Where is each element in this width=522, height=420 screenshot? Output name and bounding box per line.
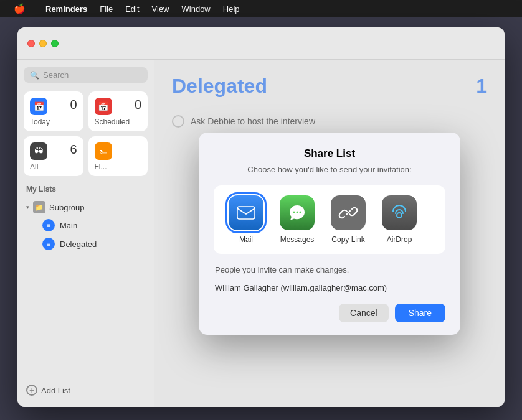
- menu-file[interactable]: File: [93, 0, 119, 17]
- today-count: 0: [70, 98, 77, 112]
- main-list-icon: [42, 219, 55, 231]
- add-list-button[interactable]: + Add List: [24, 381, 148, 399]
- menu-window[interactable]: Window: [176, 0, 217, 17]
- menu-bar: 🍎 Reminders File Edit View Window Help: [0, 0, 522, 17]
- search-placeholder: Search: [43, 70, 69, 80]
- menu-app-name[interactable]: Reminders: [39, 0, 93, 17]
- list-item-main[interactable]: Main: [39, 216, 148, 235]
- svg-point-1: [293, 211, 295, 213]
- share-option-airdrop[interactable]: AirDrop: [377, 195, 422, 244]
- today-icon: 📅: [30, 98, 47, 115]
- svg-rect-0: [237, 207, 255, 219]
- cancel-button[interactable]: Cancel: [339, 304, 389, 322]
- airdrop-option-label: AirDrop: [387, 235, 412, 244]
- search-box[interactable]: 🔍 Search: [24, 67, 148, 83]
- copy-link-option-label: Copy Link: [331, 235, 364, 244]
- share-modal: Share List Choose how you'd like to send…: [199, 133, 460, 335]
- main-content: Delegated 1 Ask Debbie to host the inter…: [154, 60, 505, 407]
- copy-link-icon: [331, 195, 366, 230]
- sidebar: 🔍 Search 📅 0 Today 📅 0 Sched: [17, 60, 154, 407]
- smart-list-scheduled[interactable]: 📅 0 Scheduled: [88, 91, 148, 131]
- smart-lists: 📅 0 Today 📅 0 Scheduled 🕶 6: [24, 91, 148, 176]
- delegated-list-label: Delegated: [60, 240, 97, 249]
- title-bar: [17, 27, 505, 60]
- messages-option-label: Messages: [280, 235, 315, 244]
- svg-point-3: [300, 211, 301, 213]
- menu-edit[interactable]: Edit: [119, 0, 145, 17]
- flagged-label: Fl...: [95, 162, 142, 171]
- search-icon: 🔍: [30, 71, 39, 80]
- share-option-copy-link[interactable]: Copy Link: [326, 195, 371, 244]
- maximize-button[interactable]: [51, 40, 59, 47]
- messages-icon: [280, 195, 315, 230]
- folder-icon: 📁: [33, 201, 45, 213]
- share-button[interactable]: Share: [395, 304, 445, 322]
- scheduled-label: Scheduled: [95, 118, 142, 126]
- list-items: Main Delegated: [24, 216, 148, 253]
- all-count: 6: [70, 142, 77, 157]
- subgroup-header[interactable]: ▾ 📁 Subgroup: [24, 198, 148, 216]
- smart-list-flagged[interactable]: 🏷 Fl...: [88, 136, 148, 176]
- traffic-lights: [27, 40, 59, 47]
- share-actions: Cancel Share: [214, 304, 445, 322]
- today-label: Today: [30, 118, 77, 126]
- share-option-mail[interactable]: Mail: [224, 195, 268, 244]
- airdrop-icon: [382, 195, 417, 230]
- share-person: William Gallagher (william.gallagher@mac…: [214, 283, 445, 292]
- minimize-button[interactable]: [39, 40, 47, 47]
- add-list-label: Add List: [41, 386, 70, 395]
- share-modal-subtitle: Choose how you'd like to send your invit…: [214, 165, 445, 174]
- list-group-subgroup: ▾ 📁 Subgroup Main Delegated: [24, 198, 148, 253]
- scheduled-icon: 📅: [95, 98, 112, 115]
- list-item-delegated[interactable]: Delegated: [39, 235, 148, 253]
- scheduled-count: 0: [135, 98, 141, 112]
- mail-icon: [229, 195, 263, 230]
- my-lists-header: My Lists: [24, 185, 148, 194]
- content-area: 🔍 Search 📅 0 Today 📅 0 Sched: [17, 60, 505, 407]
- add-list-icon: +: [26, 385, 37, 396]
- subgroup-label: Subgroup: [49, 203, 84, 212]
- smart-list-all[interactable]: 🕶 6 All: [24, 136, 83, 176]
- chevron-down-icon: ▾: [26, 204, 29, 210]
- svg-point-4: [397, 213, 402, 218]
- close-button[interactable]: [27, 40, 35, 47]
- flagged-icon: 🏷: [95, 142, 112, 160]
- share-modal-title: Share List: [214, 147, 445, 160]
- share-options-row: Mail M: [214, 185, 445, 254]
- app-window: 🔍 Search 📅 0 Today 📅 0 Sched: [17, 27, 505, 407]
- svg-point-2: [297, 211, 298, 213]
- share-option-messages[interactable]: Messages: [275, 195, 320, 244]
- all-label: All: [30, 162, 77, 171]
- smart-list-today[interactable]: 📅 0 Today: [24, 91, 83, 131]
- mail-option-label: Mail: [239, 235, 253, 244]
- all-icon: 🕶: [30, 142, 47, 160]
- share-note: People you invite can make changes.: [214, 265, 445, 274]
- menu-help[interactable]: Help: [217, 0, 246, 17]
- menu-view[interactable]: View: [146, 0, 176, 17]
- delegated-list-icon: [42, 238, 55, 250]
- main-list-label: Main: [60, 221, 77, 230]
- apple-menu[interactable]: 🍎: [7, 0, 32, 17]
- modal-overlay: Share List Choose how you'd like to send…: [154, 60, 505, 407]
